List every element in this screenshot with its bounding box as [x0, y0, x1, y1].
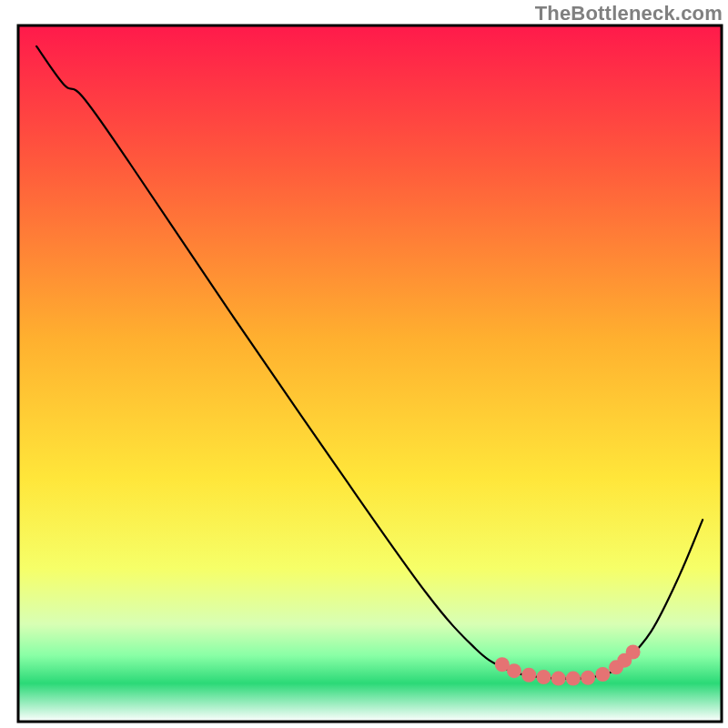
- plot-background: [18, 25, 722, 722]
- marker-dot: [581, 671, 595, 685]
- attribution-watermark: TheBottleneck.com: [535, 2, 723, 25]
- marker-dot: [566, 672, 581, 686]
- marker-dot: [551, 672, 566, 686]
- marker-dot: [536, 670, 551, 684]
- marker-dot: [626, 645, 641, 660]
- marker-dot: [507, 663, 521, 678]
- marker-dot: [595, 667, 610, 682]
- chart-figure: TheBottleneck.com: [0, 0, 728, 728]
- chart-canvas: [0, 0, 728, 728]
- marker-dot: [521, 668, 536, 682]
